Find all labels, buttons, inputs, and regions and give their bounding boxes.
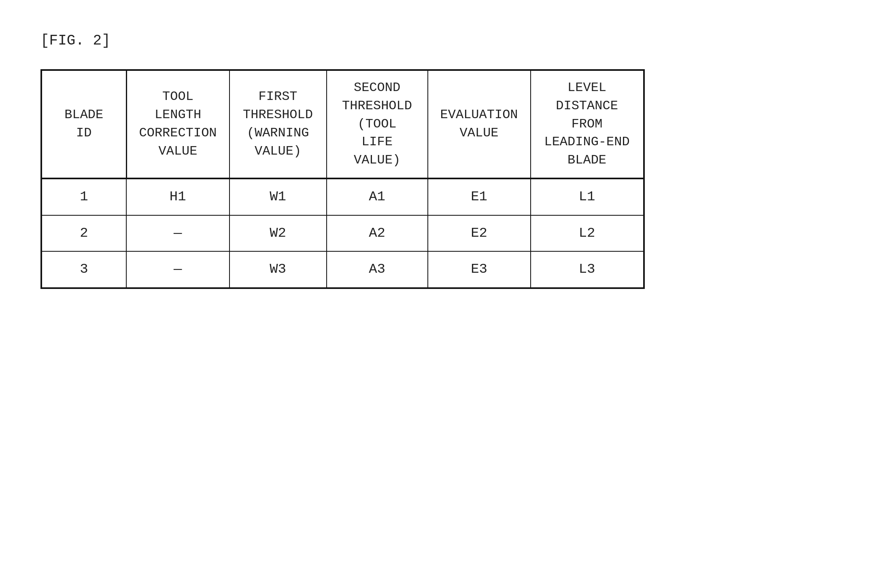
header-second-threshold: SECONDTHRESHOLD(TOOLLIFEVALUE) — [327, 70, 428, 178]
cell-evaluation: E2 — [428, 215, 531, 252]
cell-first-threshold: W1 — [230, 178, 327, 215]
cell-second-threshold: A1 — [327, 178, 428, 215]
table-body: 1H1W1A1E1L12—W2A2E2L23—W3A3E3L3 — [41, 178, 644, 288]
table-wrapper: BLADE ID TOOLLENGTHCORRECTIONVALUE FIRST… — [40, 69, 645, 289]
cell-blade-id: 1 — [41, 178, 126, 215]
page-container: [FIG. 2] BLADE ID TOOLLENGTHCORRECTIONVA… — [0, 0, 884, 588]
data-table: BLADE ID TOOLLENGTHCORRECTIONVALUE FIRST… — [40, 69, 645, 289]
cell-blade-id: 2 — [41, 215, 126, 252]
header-tool-length: TOOLLENGTHCORRECTIONVALUE — [126, 70, 230, 178]
cell-evaluation: E3 — [428, 251, 531, 288]
cell-second-threshold: A3 — [327, 251, 428, 288]
cell-blade-id: 3 — [41, 251, 126, 288]
table-header-row: BLADE ID TOOLLENGTHCORRECTIONVALUE FIRST… — [41, 70, 644, 178]
cell-first-threshold: W2 — [230, 215, 327, 252]
figure-label: [FIG. 2] — [40, 32, 844, 49]
cell-evaluation: E1 — [428, 178, 531, 215]
cell-level-distance: L1 — [531, 178, 644, 215]
header-first-threshold: FIRSTTHRESHOLD(WARNINGVALUE) — [230, 70, 327, 178]
header-level-distance: LEVELDISTANCEFROMLEADING-ENDBLADE — [531, 70, 644, 178]
table-row: 2—W2A2E2L2 — [41, 215, 644, 252]
cell-level-distance: L2 — [531, 215, 644, 252]
cell-tool-length: — — [126, 215, 230, 252]
table-row: 3—W3A3E3L3 — [41, 251, 644, 288]
cell-second-threshold: A2 — [327, 215, 428, 252]
cell-tool-length: H1 — [126, 178, 230, 215]
cell-tool-length: — — [126, 251, 230, 288]
header-blade-id: BLADE ID — [41, 70, 126, 178]
header-evaluation: EVALUATIONVALUE — [428, 70, 531, 178]
cell-first-threshold: W3 — [230, 251, 327, 288]
table-row: 1H1W1A1E1L1 — [41, 178, 644, 215]
cell-level-distance: L3 — [531, 251, 644, 288]
